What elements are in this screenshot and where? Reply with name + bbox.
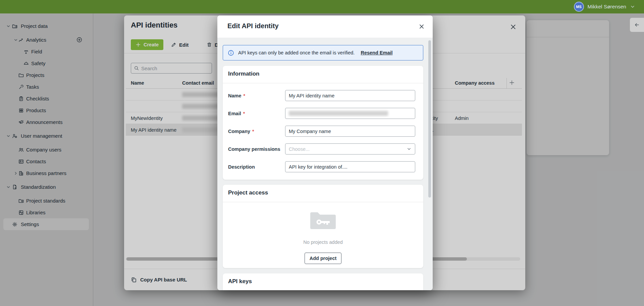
field-label: Company* <box>228 126 254 137</box>
form-row-description: Description <box>228 161 418 172</box>
field-label: Description <box>228 161 255 172</box>
no-projects-text: No projects added <box>223 239 423 245</box>
form-row-name: Name* <box>228 90 418 101</box>
form-row-email: Email* <box>228 108 418 119</box>
name-field[interactable] <box>285 90 415 101</box>
close-icon[interactable] <box>419 24 425 30</box>
vertical-scrollbar[interactable] <box>428 40 431 198</box>
chevron-down-icon <box>630 4 635 9</box>
add-project-button[interactable]: Add project <box>305 253 341 264</box>
card-divider <box>223 83 423 83</box>
description-field[interactable] <box>285 161 415 172</box>
avatar: MS <box>574 2 584 12</box>
information-heading: Information <box>228 71 260 77</box>
required-asterisk: * <box>244 93 245 98</box>
resend-email-link[interactable]: Resend Email <box>361 50 392 55</box>
edit-modal-title: Edit API identity <box>227 22 279 30</box>
info-icon <box>228 50 234 56</box>
top-bar: MS Mikkel Sørensen <box>0 0 644 13</box>
project-access-heading: Project access <box>228 189 268 196</box>
company-field[interactable] <box>285 126 415 137</box>
required-asterisk: * <box>243 111 245 116</box>
field-label: Name* <box>228 90 245 101</box>
api-keys-card: API keys <box>223 273 423 290</box>
folder-key-icon <box>310 211 336 230</box>
information-card: Information Name*Email*Company*Company p… <box>223 66 423 180</box>
user-menu[interactable]: MS Mikkel Sørensen <box>574 2 635 12</box>
edit-modal-header: Edit API identity <box>217 15 433 38</box>
email-field[interactable] <box>285 108 415 119</box>
field-label: Email* <box>228 108 245 119</box>
chevron-down-icon <box>407 146 412 151</box>
form-row-company-permissions: Company permissionsChoose... <box>228 143 418 155</box>
api-keys-heading: API keys <box>228 278 252 285</box>
form-row-company: Company* <box>228 126 418 137</box>
card-divider <box>223 202 423 202</box>
project-access-card: Project access No projects added Add pro… <box>223 185 423 268</box>
company-permissions-select[interactable]: Choose... <box>285 143 415 155</box>
edit-modal-body: API keys can only be added once the emai… <box>217 38 433 290</box>
redacted-email <box>289 111 388 116</box>
email-verification-banner: API keys can only be added once the emai… <box>223 45 423 60</box>
edit-api-identity-modal: Edit API identity API keys can only be a… <box>217 15 433 290</box>
user-name: Mikkel Sørensen <box>588 4 626 10</box>
field-label: Company permissions <box>228 143 280 155</box>
required-asterisk: * <box>252 129 254 134</box>
